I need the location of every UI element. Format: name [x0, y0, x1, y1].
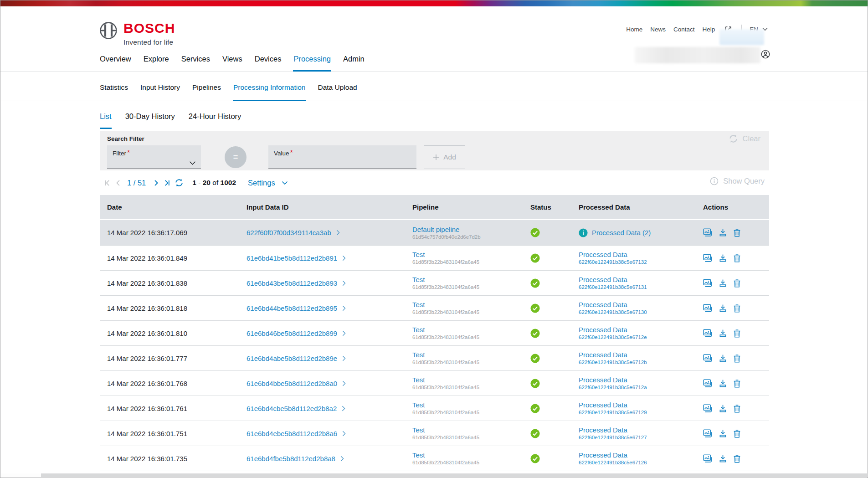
pipeline-link[interactable]: Test	[412, 401, 425, 409]
processed-data-id[interactable]: 622f60e122491b38c5e67127	[579, 435, 647, 441]
input-data-id-link[interactable]: 61e6bd44be5b8d112ed2b895	[247, 304, 337, 312]
main-nav-item[interactable]: Overview	[100, 55, 131, 71]
delete-button[interactable]	[733, 329, 741, 338]
pipeline-link[interactable]: Test	[412, 276, 425, 283]
processed-data-id[interactable]: 622f60e122491b38c5e67130	[579, 309, 647, 315]
input-data-id-link[interactable]: 61e6bd4bbe5b8d112ed2b8a0	[247, 380, 337, 387]
input-data-id-link[interactable]: 61e6bd41be5b8d112ed2b891	[247, 254, 337, 262]
utility-link[interactable]: News	[650, 26, 666, 33]
view-tab[interactable]: 24-Hour History	[189, 112, 241, 129]
filter-value-input[interactable]: Value*	[268, 145, 416, 169]
view-image-button[interactable]	[703, 429, 713, 438]
delete-button[interactable]	[733, 379, 741, 388]
pipeline-link[interactable]: Test	[412, 451, 425, 459]
sub-nav-item[interactable]: Statistics	[100, 83, 128, 101]
processed-data-id[interactable]: 622f60e122491b38c5e6712e	[579, 334, 647, 340]
processed-data-link[interactable]: Processed Data (2)	[592, 229, 651, 236]
main-nav-item[interactable]: Services	[181, 55, 210, 71]
download-button[interactable]	[719, 454, 727, 463]
last-page-button[interactable]	[161, 177, 172, 188]
input-data-id-link[interactable]: 61e6bd43be5b8d112ed2b893	[247, 279, 337, 287]
processed-data-id[interactable]: 622f60e122491b38c5e6712a	[579, 385, 647, 391]
processed-data-id[interactable]: 622f60e122491b38c5e6712b	[579, 360, 647, 365]
settings-dropdown[interactable]: Settings	[248, 179, 288, 187]
view-image-button[interactable]	[703, 228, 713, 237]
input-data-id-link[interactable]: 61e6bd4cbe5b8d112ed2b8a2	[247, 405, 337, 412]
processed-data-link[interactable]: Processed Data	[579, 401, 627, 409]
view-image-button[interactable]	[703, 254, 713, 262]
download-button[interactable]	[719, 354, 727, 363]
filter-field-select[interactable]: Filter*	[107, 145, 201, 169]
scrollbar-thumb[interactable]	[41, 473, 867, 477]
sub-nav-item[interactable]: Input History	[140, 83, 180, 101]
main-nav-item[interactable]: Devices	[255, 55, 282, 71]
processed-data-id[interactable]: 622f60e122491b38c5e67132	[579, 259, 647, 265]
view-image-button[interactable]	[703, 379, 713, 388]
input-data-id-link[interactable]: 61e6bd4ebe5b8d112ed2b8a6	[247, 430, 337, 437]
input-data-id-link[interactable]: 61e6bd4abe5b8d112ed2b89e	[247, 355, 337, 362]
download-button[interactable]	[719, 304, 727, 313]
view-image-button[interactable]	[703, 304, 713, 313]
main-nav-item[interactable]: Views	[222, 55, 242, 71]
download-button[interactable]	[719, 329, 727, 338]
horizontal-scrollbar[interactable]	[1, 473, 867, 477]
user-account-icon[interactable]	[761, 50, 770, 59]
pipeline-link[interactable]: Default pipeline	[412, 226, 459, 233]
download-button[interactable]	[719, 228, 727, 237]
utility-link[interactable]: Help	[702, 26, 715, 33]
view-image-button[interactable]	[703, 354, 713, 363]
processed-data-link[interactable]: Processed Data	[579, 326, 627, 334]
processed-data-link[interactable]: Processed Data	[579, 351, 627, 359]
clear-filter-button[interactable]: Clear	[729, 134, 760, 144]
main-nav-item[interactable]: Admin	[343, 55, 365, 71]
processed-data-link[interactable]: Processed Data	[579, 251, 627, 258]
processed-data-link[interactable]: Processed Data	[579, 301, 627, 308]
add-filter-button[interactable]: Add	[424, 145, 465, 169]
pipeline-link[interactable]: Test	[412, 426, 425, 434]
pipeline-link[interactable]: Test	[412, 301, 425, 308]
delete-button[interactable]	[733, 429, 741, 438]
processed-data-link[interactable]: Processed Data	[579, 451, 627, 459]
processed-data-id[interactable]: 622f60e122491b38c5e67126	[579, 460, 647, 466]
refresh-icon[interactable]	[174, 177, 185, 188]
delete-button[interactable]	[733, 454, 741, 463]
download-button[interactable]	[719, 404, 727, 413]
input-data-id-link[interactable]: 61e6bd4fbe5b8d112ed2b8a8	[247, 455, 335, 463]
processed-data-link[interactable]: Processed Data	[579, 376, 627, 384]
input-data-id-link[interactable]: 622f60f07f00d349114ca3ab	[247, 229, 331, 236]
delete-button[interactable]	[733, 304, 741, 313]
sub-nav-item[interactable]: Data Upload	[318, 83, 357, 101]
pipeline-link[interactable]: Test	[412, 376, 425, 384]
processed-data-id[interactable]: 622f60e122491b38c5e67131	[579, 284, 647, 290]
pipeline-link[interactable]: Test	[412, 251, 425, 258]
view-tab[interactable]: List	[100, 112, 112, 129]
view-image-button[interactable]	[703, 454, 713, 463]
download-button[interactable]	[719, 379, 727, 388]
input-data-id-link[interactable]: 61e6bd46be5b8d112ed2b899	[247, 329, 337, 337]
delete-button[interactable]	[733, 254, 741, 262]
processed-data-link[interactable]: Processed Data	[579, 426, 627, 434]
download-button[interactable]	[719, 254, 727, 262]
view-image-button[interactable]	[703, 329, 713, 338]
previous-page-button[interactable]	[113, 177, 123, 188]
next-page-button[interactable]	[150, 177, 161, 188]
first-page-button[interactable]	[102, 177, 113, 188]
processed-data-id[interactable]: 622f60e122491b38c5e67129	[579, 410, 647, 416]
delete-button[interactable]	[733, 228, 741, 237]
view-image-button[interactable]	[703, 279, 713, 288]
delete-button[interactable]	[733, 404, 741, 413]
download-button[interactable]	[719, 279, 727, 288]
utility-link[interactable]: Contact	[673, 26, 695, 33]
sub-nav-item[interactable]: Processing Information	[233, 83, 306, 101]
main-nav-item[interactable]: Processing	[293, 55, 331, 71]
download-button[interactable]	[719, 429, 727, 438]
view-tab[interactable]: 30-Day History	[125, 112, 175, 129]
utility-link[interactable]: Home	[626, 26, 642, 33]
bosch-logo[interactable]: BOSCH Invented for life	[99, 21, 175, 46]
show-query-button[interactable]: Show Query	[710, 177, 765, 185]
delete-button[interactable]	[733, 354, 741, 363]
view-image-button[interactable]	[703, 404, 713, 413]
main-nav-item[interactable]: Explore	[144, 55, 169, 71]
delete-button[interactable]	[733, 279, 741, 288]
pipeline-link[interactable]: Test	[412, 326, 425, 334]
